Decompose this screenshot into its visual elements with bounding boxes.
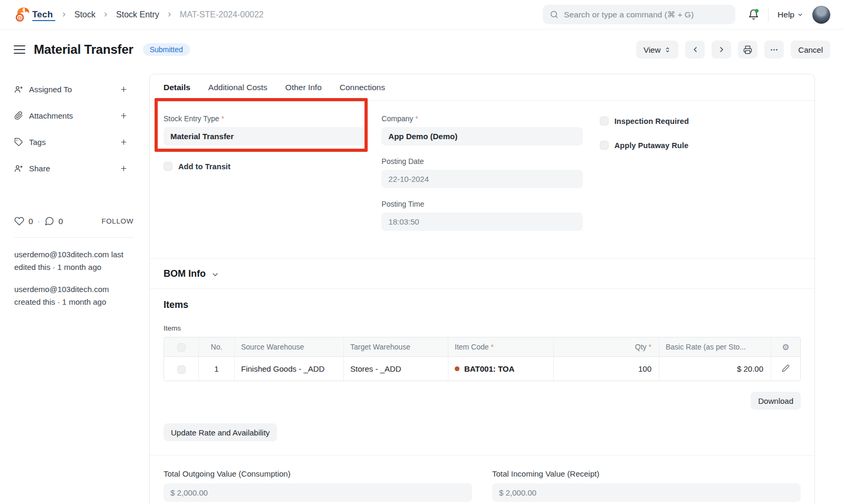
column-header-no: No. — [199, 337, 235, 357]
total-incoming-field: Total Incoming Value (Receipt) $ 2,000.0… — [492, 469, 801, 502]
created-note: created this · 1 month ago — [14, 297, 106, 306]
menu-hamburger-icon[interactable] — [14, 45, 25, 54]
tab-other-info[interactable]: Other Info — [285, 83, 322, 92]
add-to-transit-checkbox-row[interactable]: Add to Transit — [164, 162, 365, 171]
sidebar-item-tags[interactable]: Tags — [14, 129, 133, 155]
field-label: Company * — [381, 114, 582, 123]
update-rate-label: Update Rate and Availability — [171, 428, 270, 437]
chevron-down-icon — [211, 270, 219, 279]
posting-date-label: Posting Date — [381, 157, 424, 166]
chevrons-up-down-icon — [664, 46, 671, 53]
plus-icon[interactable] — [120, 138, 128, 146]
total-incoming-label: Total Incoming Value (Receipt) — [492, 469, 801, 478]
field-label: Posting Date — [381, 157, 582, 166]
form-card: Details Additional Costs Other Info Conn… — [149, 74, 815, 504]
company-input[interactable]: App Demo (Demo) — [381, 127, 582, 146]
sidebar-divider — [14, 237, 133, 238]
apply-putaway-rule-checkbox-row[interactable]: Apply Putaway Rule — [600, 141, 801, 150]
nav-divider — [768, 8, 769, 22]
cancel-button[interactable]: Cancel — [791, 41, 830, 59]
inspection-required-checkbox-row[interactable]: Inspection Required — [600, 117, 801, 125]
view-button[interactable]: View — [636, 41, 678, 59]
previous-document-button[interactable] — [685, 41, 705, 59]
user-share-icon — [14, 164, 23, 173]
app-logo[interactable]: D Tech — [14, 6, 55, 23]
grid-settings-gear-icon[interactable]: ⚙ — [782, 343, 789, 352]
chevron-left-icon — [691, 45, 699, 54]
row-number-cell: 1 — [199, 357, 235, 381]
column-header-source-warehouse: Source Warehouse — [235, 337, 344, 357]
sidebar-item-share[interactable]: Share — [14, 155, 133, 181]
total-outgoing-field: Total Outgoing Value (Consumption) $ 2,0… — [164, 469, 472, 502]
tab-connections[interactable]: Connections — [340, 83, 385, 92]
global-search[interactable] — [543, 5, 735, 24]
sidebar-item-attachments[interactable]: Attachments — [14, 102, 133, 129]
download-button[interactable]: Download — [751, 392, 801, 410]
checkbox-unchecked[interactable] — [164, 162, 172, 171]
user-avatar[interactable] — [812, 6, 830, 24]
cancel-label: Cancel — [798, 45, 823, 54]
total-incoming-value: $ 2,000.00 — [492, 483, 801, 502]
row-checkbox[interactable] — [177, 365, 186, 374]
sidebar-item-label: Attachments — [29, 111, 73, 120]
plus-icon[interactable] — [120, 112, 128, 120]
breadcrumb-stock[interactable]: Stock — [74, 10, 95, 20]
items-table: No. Source Warehouse Target Warehouse It… — [164, 337, 801, 381]
bom-info-section-header[interactable]: BOM Info — [150, 258, 814, 288]
next-document-button[interactable] — [712, 41, 731, 59]
details-section: Stock Entry Type * Material Transfer Add… — [150, 101, 814, 258]
logo-flame-icon: D — [14, 6, 31, 23]
notifications-bell-icon[interactable] — [748, 9, 759, 20]
add-to-transit-label: Add to Transit — [178, 162, 231, 171]
document-sidebar: Assigned To Attachments Tags — [0, 70, 149, 317]
heart-icon[interactable] — [14, 216, 24, 226]
breadcrumb-stock-entry[interactable]: Stock Entry — [116, 10, 159, 20]
source-warehouse-cell: Finished Goods - _ADD — [235, 357, 344, 381]
checkbox-unchecked[interactable] — [600, 117, 609, 125]
required-marker: * — [415, 114, 418, 123]
print-button[interactable] — [738, 41, 757, 59]
svg-text:D: D — [18, 15, 22, 21]
page-title: Material Transfer — [34, 42, 133, 57]
tab-details[interactable]: Details — [164, 83, 190, 92]
created-entry: userdemo@103ditech.com created this · 1 … — [14, 283, 133, 309]
edited-by-user: userdemo@103ditech.com — [14, 250, 109, 259]
stock-entry-type-input[interactable]: Material Transfer — [164, 127, 365, 146]
posting-time-label: Posting Time — [381, 200, 424, 208]
sidebar-item-assigned-to[interactable]: Assigned To — [14, 76, 133, 102]
comment-icon[interactable] — [44, 216, 54, 226]
tab-additional-costs[interactable]: Additional Costs — [208, 83, 267, 92]
bom-info-title: BOM Info — [164, 268, 206, 279]
ellipsis-icon — [770, 45, 779, 54]
qty-cell: 100 — [554, 357, 659, 381]
help-menu[interactable]: Help — [778, 10, 803, 20]
more-actions-button[interactable] — [764, 41, 784, 59]
form-tabs: Details Additional Costs Other Info Conn… — [150, 74, 814, 101]
search-icon — [550, 10, 559, 19]
column-header-qty: Qty* — [554, 337, 659, 357]
sidebar-item-label: Share — [29, 164, 50, 173]
details-column-3: Inspection Required Apply Putaway Rule — [600, 114, 801, 243]
help-label: Help — [778, 10, 794, 20]
total-outgoing-label: Total Outgoing Value (Consumption) — [164, 469, 472, 478]
logo-text: Tech — [32, 10, 55, 19]
chevron-right-icon — [166, 11, 173, 18]
target-warehouse-cell: Stores - _ADD — [344, 357, 448, 381]
chevron-right-icon — [717, 45, 726, 54]
printer-icon — [743, 45, 752, 54]
edit-row-pencil-icon[interactable] — [782, 364, 790, 372]
plus-icon[interactable] — [120, 164, 128, 172]
update-rate-availability-button[interactable]: Update Rate and Availability — [164, 423, 277, 441]
select-all-checkbox[interactable] — [177, 343, 186, 352]
checkbox-unchecked[interactable] — [600, 141, 609, 150]
user-plus-icon — [14, 85, 23, 94]
follow-button[interactable]: FOLLOW — [101, 217, 133, 225]
item-code-cell[interactable]: BAT001: TOA — [448, 357, 554, 381]
items-section: Items Items No. Source Warehouse Target … — [150, 288, 814, 455]
plus-icon[interactable] — [120, 85, 128, 93]
sidebar-item-label: Assigned To — [29, 85, 72, 94]
search-input[interactable] — [564, 10, 728, 20]
required-marker: * — [649, 343, 651, 351]
comments-count: 0 — [59, 217, 63, 226]
stock-entry-type-field: Stock Entry Type * Material Transfer — [164, 114, 365, 146]
